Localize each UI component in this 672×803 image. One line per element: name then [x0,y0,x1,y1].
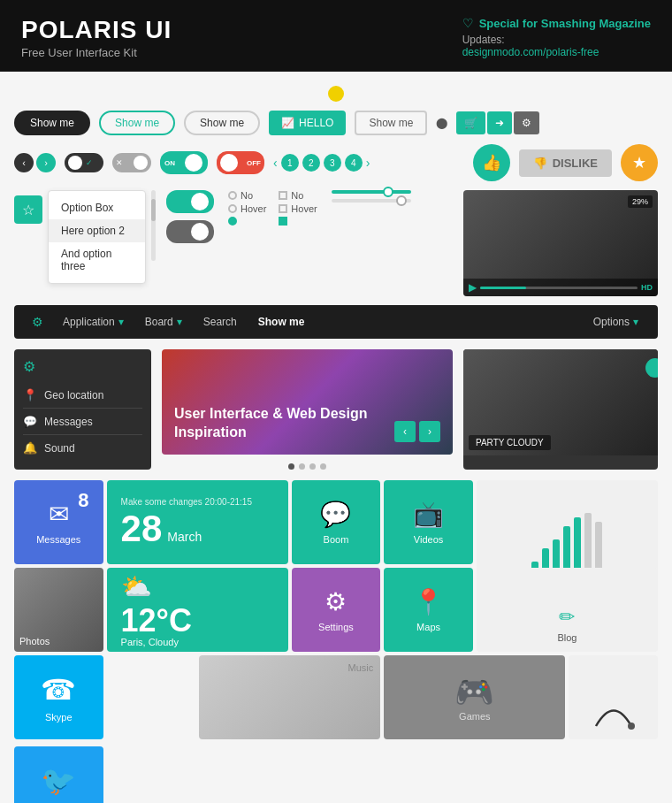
checkbox-checked[interactable] [279,217,317,226]
tiles-row3: 🐦 Twitter ☎ Skype Music 🎮 Games [14,655,658,803]
middle-section: ☆ Option Box Here option 2 And option th… [14,190,658,296]
page-3[interactable]: 3 [324,154,341,172]
cart-icon-button[interactable]: 🛒 [456,111,485,134]
checkbox-hover[interactable]: Hover [279,203,317,214]
messages-icon: 💬 [23,415,37,428]
sidebar-card: ⚙ 📍 Geo location 💬 Messages 🔔 Sound [14,349,151,470]
cards-row: ⚙ 📍 Geo location 💬 Messages 🔔 Sound User… [14,349,658,470]
radio-dot-1 [228,191,237,200]
radio-hover-1[interactable]: Hover [228,203,266,214]
play-icon[interactable]: ▶ [469,281,477,294]
page-1[interactable]: 1 [281,154,299,172]
show-me-gray-button[interactable]: Show me [355,111,427,135]
nav-show-me[interactable]: Show me [248,305,316,339]
games-icon: 🎮 [454,674,494,711]
show-me-outline-button[interactable]: Show me [184,111,260,135]
big-toggle-2[interactable] [166,220,214,243]
videos-icon: 📺 [413,500,444,529]
dot-4 [320,463,326,470]
carousel-nav: ‹ › [394,421,440,442]
dropdown-item-2[interactable]: Here option 2 [49,219,145,242]
tile-blog[interactable]: ✏ Blog [477,568,658,652]
sound-icon: 🔔 [23,441,37,455]
tile-settings[interactable]: ⚙ Settings [292,568,381,652]
gear-icon-button[interactable]: ⚙ [514,111,539,134]
twitter-icon: 🐦 [41,764,76,798]
sidebar-item-messages[interactable]: 💬 Messages [23,409,142,435]
page-4[interactable]: 4 [345,154,363,172]
dot-1 [288,463,294,470]
radio-no-1[interactable]: No [228,190,266,201]
scrollbar-thumb [151,199,156,221]
tile-calendar[interactable]: Make some changes 20:00-21:15 28 March [107,480,288,564]
nav-board[interactable]: Board ▾ [134,305,193,339]
slider-1[interactable] [332,190,411,194]
radio-active-1[interactable] [228,217,266,226]
tile-videos[interactable]: 📺 Videos [384,480,473,564]
sidebar-item-geo[interactable]: 📍 Geo location [23,382,142,409]
toggle-x[interactable]: ✕ [112,153,151,172]
page-2[interactable]: 2 [302,154,320,172]
right-panel: 29% ▶ HD [463,190,658,296]
scrollbar[interactable] [151,190,156,261]
header: POLARIS UI Free User Interface Kit ♡ Spe… [0,0,672,72]
show-me-teal-button[interactable]: Show me [99,111,175,135]
toggle-off[interactable]: OFF [217,151,264,174]
prev-arrow-button[interactable]: ‹ [14,153,34,172]
icon-button-group: 🛒 ➜ ⚙ [456,111,539,134]
show-me-dark-button[interactable]: Show me [14,111,90,135]
checkbox-box-3 [279,217,287,226]
hello-button[interactable]: 📈 HELLO [269,111,346,135]
weather-desc: Paris, Cloudy [121,637,179,647]
app-title: POLARIS UI [21,16,172,44]
tile-games[interactable]: 🎮 Games [384,655,565,739]
tile-boom[interactable]: 💬 Boom [292,480,381,564]
progress-fill [480,287,526,289]
tile-music[interactable]: Music [199,655,380,739]
calendar-time: Make some changes 20:00-21:15 [121,497,252,507]
tile-twitter[interactable]: 🐦 Twitter [14,746,103,803]
slider-2[interactable] [332,199,411,203]
tile-messages[interactable]: ✉ 8 Messages [14,480,103,564]
arrow-icon-button[interactable]: ➜ [487,111,512,134]
tile-photos[interactable]: Photos [14,568,103,652]
nav-options[interactable]: Options ▾ [583,305,649,339]
dislike-button[interactable]: 👎 DISLIKE [519,149,612,177]
calendar-month: March [167,530,202,544]
music-bg: Music [199,655,380,739]
checkbox-no[interactable]: No [279,190,317,201]
nav-search[interactable]: Search [193,305,248,339]
yellow-dot [328,86,344,102]
nav-gear-icon[interactable]: ⚙ [23,315,52,329]
star-outline-button[interactable]: ☆ [14,195,42,224]
toggle-on[interactable]: ON [160,151,208,174]
buttons-row: Show me Show me Show me 📈 HELLO Show me … [14,111,658,135]
carousel-dots [162,463,453,470]
next-arrow-button[interactable]: › [36,153,56,172]
like-button[interactable]: 👍 [473,144,510,181]
page-prev[interactable]: ‹ [273,156,278,170]
header-right: ♡ Special for Smashing Magazine Updates:… [462,16,651,58]
videos-label: Videos [414,534,443,545]
toggle-check[interactable]: ✓ [65,153,103,172]
messages-label: Messages [36,534,80,545]
tiles-grid: ✉ 8 Messages Make some changes 20:00-21:… [14,480,658,652]
tile-maps[interactable]: 📍 Maps [384,568,473,652]
page-next[interactable]: › [366,156,370,170]
dropdown-item-1[interactable]: Option Box [49,196,145,219]
carousel-next-button[interactable]: › [419,421,440,442]
tile-weather[interactable]: ⛅ 12°C Paris, Cloudy [107,568,288,652]
dot-2 [299,463,305,470]
skype-label: Skype [45,712,73,723]
tile-skype[interactable]: ☎ Skype [14,655,103,739]
carousel-prev-button[interactable]: ‹ [394,421,416,442]
hd-badge: HD [641,283,653,292]
checkbox-group-1: No Hover [279,190,317,228]
dropdown-item-3[interactable]: And option three [49,242,145,278]
music-label: Music [348,662,374,673]
blog-pencil-icon: ✏ [559,606,575,629]
big-toggle-1[interactable] [166,190,214,213]
sidebar-item-sound[interactable]: 🔔 Sound [23,435,142,461]
nav-application[interactable]: Application ▾ [52,305,134,339]
star-button[interactable]: ★ [621,144,658,181]
